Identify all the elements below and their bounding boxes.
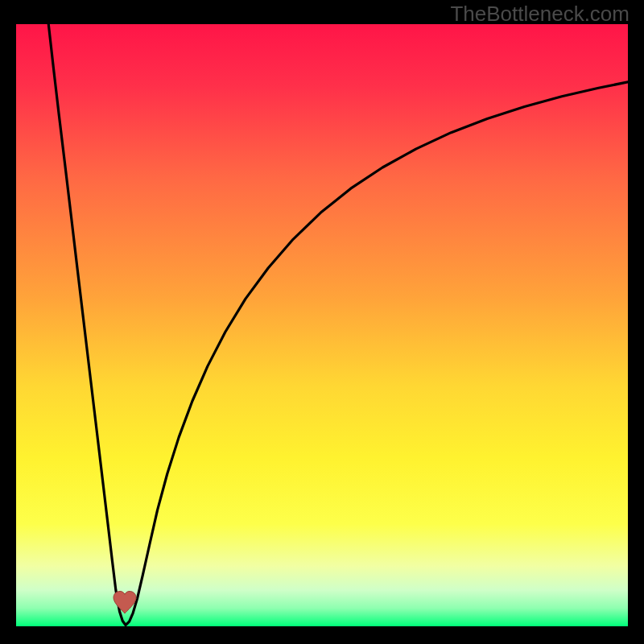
heart-icon — [112, 590, 138, 614]
curve-layer — [16, 24, 628, 626]
gradient-background — [16, 24, 628, 626]
bottleneck-curve — [48, 24, 628, 625]
watermark-text: TheBottleneck.com — [450, 2, 630, 27]
gradient-rect — [16, 24, 628, 626]
plot-area — [16, 24, 628, 626]
heart-marker — [112, 590, 138, 614]
